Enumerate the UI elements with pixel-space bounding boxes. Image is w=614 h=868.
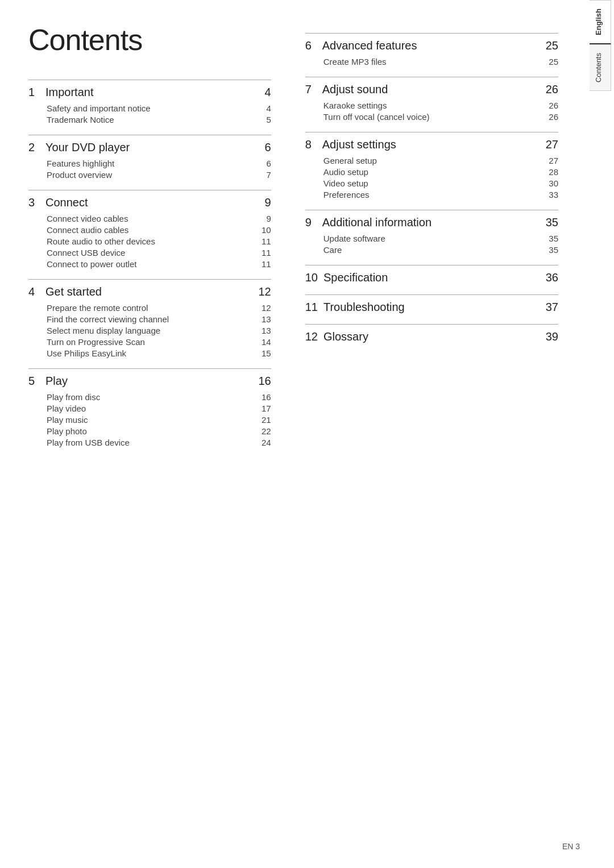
toc-section: 7Adjust sound26Karaoke settings26Turn of… [305, 77, 558, 122]
sub-item-label: Video setup [323, 178, 368, 188]
sub-item-page: 27 [549, 156, 558, 165]
sub-item-page: 11 [262, 259, 271, 269]
sub-item-label: Care [323, 245, 342, 255]
section-page-number: 4 [265, 86, 271, 99]
sub-item-page: 10 [262, 225, 271, 235]
sub-item: Turn off vocal (cancel voice)26 [323, 112, 558, 122]
toc-section: 1Important4Safety and important notice4T… [28, 80, 271, 124]
sub-item-label: General setup [323, 156, 377, 165]
sub-item: Select menu display language13 [47, 326, 271, 335]
sub-item: Audio setup28 [323, 167, 558, 177]
sub-item-label: Safety and important notice [47, 103, 151, 113]
sub-item-label: Connect USB device [47, 248, 125, 258]
sub-item-label: Connect audio cables [47, 225, 128, 235]
toc-section: 8Adjust settings27General setup27Audio s… [305, 132, 558, 200]
section-number: 3 [28, 196, 40, 209]
sub-items: Safety and important notice4Trademark No… [47, 103, 271, 124]
section-page-number: 25 [546, 39, 558, 52]
section-header: 6Advanced features25 [305, 39, 558, 52]
section-number: 11 [305, 301, 318, 314]
sub-item: Karaoke settings26 [323, 101, 558, 110]
sub-item-page: 5 [266, 115, 271, 124]
sub-item: General setup27 [323, 156, 558, 165]
section-page-number: 39 [546, 330, 558, 343]
right-column: 6Advanced features25Create MP3 files257A… [294, 23, 558, 845]
sub-item-label: Prepare the remote control [47, 303, 148, 313]
sub-items: Features highlight6Product overview7 [47, 159, 271, 180]
sub-item-page: 14 [262, 337, 271, 347]
toc-section: 4Get started12Prepare the remote control… [28, 279, 271, 358]
sub-items: Connect video cables9Connect audio cable… [47, 214, 271, 269]
sub-item: Product overview7 [47, 170, 271, 180]
section-header: 4Get started12 [28, 285, 271, 298]
sub-item-label: Create MP3 files [323, 57, 387, 67]
section-page-number: 27 [546, 138, 558, 151]
sub-item-page: 24 [262, 438, 271, 447]
sub-items: Update software35Care35 [323, 234, 558, 255]
sub-item-page: 13 [262, 326, 271, 335]
page: English Contents Contents 1Important4Saf… [0, 0, 614, 868]
sub-item-label: Audio setup [323, 167, 368, 177]
section-divider [305, 210, 558, 210]
section-divider [305, 324, 558, 325]
side-tab-english[interactable]: English [590, 0, 611, 44]
section-header: 5Play16 [28, 375, 271, 388]
sub-items: Prepare the remote control12Find the cor… [47, 303, 271, 358]
sub-item-page: 11 [262, 248, 271, 258]
toc-section: 9Additional information35Update software… [305, 210, 558, 255]
toc-section: 2Your DVD player6Features highlight6Prod… [28, 135, 271, 180]
section-page-number: 26 [546, 83, 558, 96]
sub-item: Find the correct viewing channel13 [47, 314, 271, 324]
section-number: 6 [305, 39, 317, 52]
sub-item-page: 12 [262, 303, 271, 313]
sub-item-label: Trademark Notice [47, 115, 114, 124]
sub-items: Karaoke settings26Turn off vocal (cancel… [323, 101, 558, 122]
sub-item-label: Turn on Progressive Scan [47, 337, 145, 347]
sub-item: Features highlight6 [47, 159, 271, 168]
sub-item-label: Preferences [323, 190, 370, 200]
section-header: 1Important4 [28, 86, 271, 99]
section-title: Your DVD player [45, 141, 130, 154]
sub-item-label: Features highlight [47, 159, 114, 168]
toc-section: 3Connect9Connect video cables9Connect au… [28, 190, 271, 269]
section-header: 2Your DVD player6 [28, 141, 271, 154]
section-divider [305, 33, 558, 34]
sub-item: Use Philips EasyLink15 [47, 348, 271, 358]
sub-item-page: 15 [262, 348, 271, 358]
section-header: 12Glossary39 [305, 330, 558, 343]
section-header: 9Additional information35 [305, 216, 558, 229]
toc-section: 6Advanced features25Create MP3 files25 [305, 33, 558, 67]
toc-section: 5Play16Play from disc16Play video17Play … [28, 368, 271, 447]
sub-items: General setup27Audio setup28Video setup3… [323, 156, 558, 200]
sub-item-page: 9 [266, 214, 271, 223]
section-title: Important [45, 86, 93, 99]
side-tab-contents-label: Contents [594, 53, 603, 82]
sub-item-page: 33 [549, 190, 558, 200]
side-tabs: English Contents [587, 0, 614, 868]
sub-item-label: Play from USB device [47, 438, 130, 447]
sub-item: Turn on Progressive Scan14 [47, 337, 271, 347]
main-content: Contents 1Important4Safety and important… [0, 0, 587, 868]
sub-items: Create MP3 files25 [323, 57, 558, 67]
section-divider [305, 294, 558, 295]
sub-item-label: Play video [47, 404, 86, 413]
section-divider [28, 190, 271, 190]
sub-item-label: Play photo [47, 426, 87, 436]
sub-item: Preferences33 [323, 190, 558, 200]
sub-item-page: 6 [266, 159, 271, 168]
section-number: 10 [305, 271, 318, 284]
side-tab-contents[interactable]: Contents [590, 44, 611, 91]
sub-item: Video setup30 [323, 178, 558, 188]
section-title: Advanced features [322, 39, 417, 52]
sub-item-label: Find the correct viewing channel [47, 314, 169, 324]
sub-item-page: 11 [262, 236, 271, 246]
sub-item: Play from disc16 [47, 392, 271, 402]
section-page-number: 12 [258, 285, 271, 298]
toc-section: 11Troubleshooting37 [305, 294, 558, 314]
sub-item: Trademark Notice5 [47, 115, 271, 124]
section-divider [28, 368, 271, 369]
sub-item-page: 17 [262, 404, 271, 413]
section-number: 5 [28, 375, 40, 388]
section-divider [305, 132, 558, 132]
section-title: Play [45, 375, 68, 388]
